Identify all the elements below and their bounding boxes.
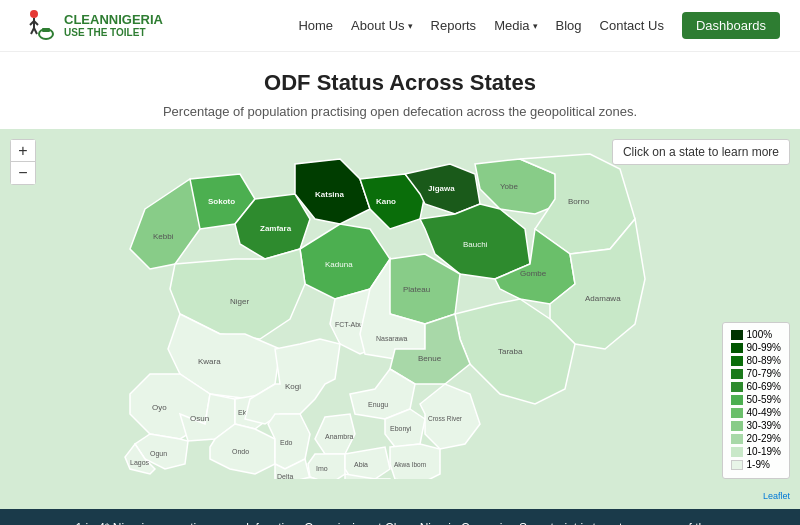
legend-label-40: 40-49% [747, 407, 781, 418]
legend-item-40: 40-49% [731, 407, 781, 418]
svg-text:Bauchi: Bauchi [463, 240, 488, 249]
page-title: ODF Status Across States [0, 70, 800, 96]
legend-item-10: 10-19% [731, 446, 781, 457]
nav-contact[interactable]: Contact Us [600, 18, 664, 33]
legend-color-20 [731, 434, 743, 444]
nigeria-svg-map[interactable]: Sokoto Zamfara Kebbi Katsina Kano Jigawa… [80, 149, 660, 479]
about-arrow-icon: ▾ [408, 21, 413, 31]
nigeria-text: NIGERIA [109, 12, 163, 27]
svg-text:Zamfara: Zamfara [260, 224, 292, 233]
svg-text:Imo: Imo [316, 465, 328, 472]
zoom-in-button[interactable]: + [11, 140, 35, 162]
legend: 100% 90-99% 80-89% 70-79% 60-69% 50-59% … [722, 322, 790, 479]
svg-text:Katsina: Katsina [315, 190, 344, 199]
media-arrow-icon: ▾ [533, 21, 538, 31]
legend-color-80 [731, 356, 743, 366]
map-container[interactable]: + − Click on a state to learn more Sokot… [0, 129, 800, 509]
svg-text:Taraba: Taraba [498, 347, 523, 356]
legend-label-30: 30-39% [747, 420, 781, 431]
page-content: ODF Status Across States Percentage of p… [0, 52, 800, 119]
nav-media[interactable]: Media ▾ [494, 18, 537, 33]
legend-label-90: 90-99% [747, 342, 781, 353]
zoom-out-button[interactable]: − [11, 162, 35, 184]
legend-color-70 [731, 369, 743, 379]
clean-text: CLEAN [64, 12, 109, 27]
svg-text:Edo: Edo [280, 439, 293, 446]
svg-text:Ondo: Ondo [232, 448, 249, 455]
svg-text:Plateau: Plateau [403, 285, 430, 294]
svg-text:Borno: Borno [568, 197, 590, 206]
svg-text:Anambra: Anambra [325, 433, 354, 440]
click-hint: Click on a state to learn more [612, 139, 790, 165]
legend-label-1: 1-9% [747, 459, 770, 470]
logo-icon [20, 8, 56, 44]
svg-line-5 [34, 28, 37, 34]
svg-text:Kebbi: Kebbi [153, 232, 174, 241]
legend-item-60: 60-69% [731, 381, 781, 392]
svg-text:Adamawa: Adamawa [585, 294, 621, 303]
logo-text: CLEANNIGERIA USE THE TOILET [64, 13, 163, 38]
svg-text:Akwa Ibom: Akwa Ibom [394, 461, 426, 468]
legend-color-10 [731, 447, 743, 457]
logo: CLEANNIGERIA USE THE TOILET [20, 8, 163, 44]
legend-item-50: 50-59% [731, 394, 781, 405]
bottom-banner: 1 in 4* Nigerians practice open defecati… [0, 509, 800, 525]
legend-item-20: 20-29% [731, 433, 781, 444]
svg-text:Kogi: Kogi [285, 382, 301, 391]
svg-text:Abia: Abia [354, 461, 368, 468]
legend-item-70: 70-79% [731, 368, 781, 379]
legend-label-50: 50-59% [747, 394, 781, 405]
svg-text:Kaduna: Kaduna [325, 260, 353, 269]
main-nav: Home About Us ▾ Reports Media ▾ Blog Con… [298, 12, 780, 39]
legend-item-1: 1-9% [731, 459, 781, 470]
legend-color-90 [731, 343, 743, 353]
legend-color-60 [731, 382, 743, 392]
legend-label-20: 20-29% [747, 433, 781, 444]
dashboards-button[interactable]: Dashboards [682, 12, 780, 39]
svg-rect-7 [42, 28, 50, 32]
legend-color-100 [731, 330, 743, 340]
svg-text:Nasarawa: Nasarawa [376, 335, 408, 342]
svg-text:Kano: Kano [376, 197, 396, 206]
svg-text:Sokoto: Sokoto [208, 197, 235, 206]
legend-color-50 [731, 395, 743, 405]
legend-label-80: 80-89% [747, 355, 781, 366]
logo-use-label: USE THE TOILET [64, 27, 163, 38]
svg-text:Gombe: Gombe [520, 269, 547, 278]
nav-about[interactable]: About Us ▾ [351, 18, 412, 33]
legend-label-100: 100% [747, 329, 773, 340]
nav-home[interactable]: Home [298, 18, 333, 33]
svg-text:Jigawa: Jigawa [428, 184, 455, 193]
legend-label-70: 70-79% [747, 368, 781, 379]
svg-text:Benue: Benue [418, 354, 442, 363]
legend-item-90: 90-99% [731, 342, 781, 353]
svg-text:Delta: Delta [277, 473, 293, 479]
banner-text: 1 in 4* Nigerians practice open defecati… [60, 519, 740, 525]
nav-reports[interactable]: Reports [431, 18, 477, 33]
header: CLEANNIGERIA USE THE TOILET Home About U… [0, 0, 800, 52]
legend-color-40 [731, 408, 743, 418]
legend-label-60: 60-69% [747, 381, 781, 392]
svg-text:Niger: Niger [230, 297, 249, 306]
legend-color-1 [731, 460, 743, 470]
svg-text:Cross River: Cross River [428, 415, 463, 422]
page-subtitle: Percentage of population practising open… [0, 104, 800, 119]
nav-blog[interactable]: Blog [556, 18, 582, 33]
state-kebbi[interactable] [130, 179, 200, 269]
svg-text:Ebonyi: Ebonyi [390, 425, 412, 433]
svg-text:Osun: Osun [190, 414, 209, 423]
zoom-controls: + − [10, 139, 36, 185]
legend-item-100: 100% [731, 329, 781, 340]
leaflet-attribution: Leaflet [763, 491, 790, 501]
leaflet-link[interactable]: Leaflet [763, 491, 790, 501]
legend-item-80: 80-89% [731, 355, 781, 366]
svg-text:Yobe: Yobe [500, 182, 519, 191]
svg-text:Kwara: Kwara [198, 357, 221, 366]
svg-point-0 [30, 10, 38, 18]
legend-color-30 [731, 421, 743, 431]
logo-clean-label: CLEANNIGERIA [64, 13, 163, 27]
svg-text:Lagos: Lagos [130, 459, 150, 467]
svg-text:Oyo: Oyo [152, 403, 167, 412]
svg-text:Enugu: Enugu [368, 401, 388, 409]
svg-text:Ogun: Ogun [150, 450, 167, 458]
